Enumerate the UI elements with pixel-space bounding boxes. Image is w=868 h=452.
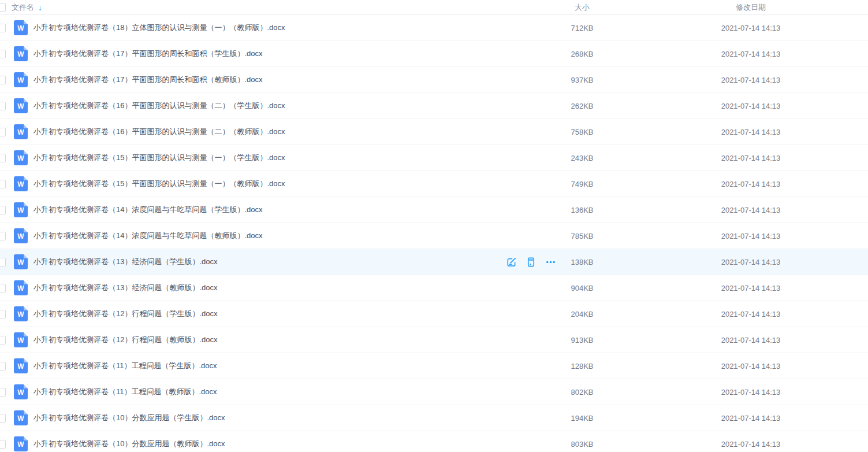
file-date: 2021-07-14 14:13 (634, 336, 868, 344)
word-file-icon: W (14, 332, 28, 347)
file-size: 904KB (531, 284, 634, 292)
word-file-icon: W (14, 358, 28, 373)
file-name[interactable]: 小升初专项培优测评卷（16）平面图形的认识与测量（二）（教师版）.docx (33, 127, 285, 137)
row-checkbox[interactable] (0, 76, 6, 84)
word-file-icon: W (14, 280, 28, 295)
word-file-icon: W (14, 72, 28, 87)
word-file-icon: W (14, 98, 28, 113)
word-file-icon-letter: W (17, 259, 24, 266)
file-date: 2021-07-14 14:13 (634, 154, 868, 162)
row-checkbox[interactable] (0, 414, 6, 423)
file-row[interactable]: W 小升初专项培优测评卷（13）经济问题（学生版）.docx (0, 249, 868, 275)
word-file-icon-letter: W (17, 155, 24, 162)
file-row[interactable]: W 小升初专项培优测评卷（10）分数应用题（学生版）.docx (0, 405, 868, 431)
row-checkbox[interactable] (0, 362, 6, 371)
file-name[interactable]: 小升初专项培优测评卷（10）分数应用题（学生版）.docx (33, 413, 225, 423)
file-size: 268KB (531, 50, 634, 58)
file-row[interactable]: W 小升初专项培优测评卷（17）平面图形的周长和面积（学生版）.docx (0, 41, 868, 67)
file-size: 128KB (531, 362, 634, 371)
word-file-icon-letter: W (17, 415, 24, 422)
file-date: 2021-07-14 14:13 (634, 206, 868, 214)
file-row[interactable]: W 小升初专项培优测评卷（18）立体图形的认识与测量（一）（教师版）.docx (0, 15, 868, 41)
file-row[interactable]: W 小升初专项培优测评卷（11）工程问题（学生版）.docx (0, 353, 868, 379)
file-name[interactable]: 小升初专项培优测评卷（15）平面图形的认识与测量（一）（教师版）.docx (33, 179, 285, 189)
file-date: 2021-07-14 14:13 (634, 180, 868, 188)
word-file-icon-letter: W (17, 25, 24, 32)
word-file-icon: W (14, 150, 28, 165)
row-checkbox[interactable] (0, 154, 6, 162)
file-row[interactable]: W 小升初专项培优测评卷（12）行程问题（学生版）.docx (0, 301, 868, 327)
word-file-icon: W (14, 228, 28, 243)
file-row[interactable]: W 小升初专项培优测评卷（10）分数应用题（教师版）.docx (0, 431, 868, 452)
file-row[interactable]: W 小升初专项培优测评卷（14）浓度问题与牛吃草问题（教师版）.docx (0, 223, 868, 249)
file-name[interactable]: 小升初专项培优测评卷（14）浓度问题与牛吃草问题（学生版）.docx (33, 205, 263, 215)
file-name[interactable]: 小升初专项培优测评卷（11）工程问题（教师版）.docx (33, 387, 217, 397)
file-date: 2021-07-14 14:13 (634, 258, 868, 266)
row-actions (506, 249, 556, 275)
file-date: 2021-07-14 14:13 (634, 440, 868, 449)
file-name[interactable]: 小升初专项培优测评卷（10）分数应用题（教师版）.docx (33, 439, 225, 449)
row-checkbox[interactable] (0, 102, 6, 110)
column-header-size[interactable]: 大小 (531, 2, 634, 13)
file-date: 2021-07-14 14:13 (634, 388, 868, 397)
row-checkbox[interactable] (0, 50, 6, 58)
row-checkbox[interactable] (0, 180, 6, 188)
file-size: 758KB (531, 128, 634, 136)
word-file-icon-letter: W (17, 337, 24, 344)
word-file-icon-letter: W (17, 77, 24, 84)
row-checkbox[interactable] (0, 388, 6, 397)
file-row[interactable]: W 小升初专项培优测评卷（12）行程问题（教师版）.docx (0, 327, 868, 353)
row-checkbox[interactable] (0, 284, 6, 292)
row-checkbox[interactable] (0, 128, 6, 136)
row-checkbox[interactable] (0, 206, 6, 214)
file-date: 2021-07-14 14:13 (634, 362, 868, 371)
file-size: 194KB (531, 414, 634, 423)
file-name[interactable]: 小升初专项培优测评卷（18）立体图形的认识与测量（一）（教师版）.docx (33, 23, 285, 33)
file-date: 2021-07-14 14:13 (634, 128, 868, 136)
row-checkbox[interactable] (0, 440, 6, 449)
word-file-icon-letter: W (17, 103, 24, 110)
file-size: 204KB (531, 310, 634, 318)
row-checkbox[interactable] (0, 336, 6, 344)
file-date: 2021-07-14 14:13 (634, 102, 868, 110)
file-size: 785KB (531, 232, 634, 240)
file-name[interactable]: 小升初专项培优测评卷（12）行程问题（学生版）.docx (33, 309, 218, 319)
file-row[interactable]: W 小升初专项培优测评卷（15）平面图形的认识与测量（一）（教师版）.docx (0, 171, 868, 197)
file-row[interactable]: W 小升初专项培优测评卷（11）工程问题（教师版）.docx (0, 379, 868, 405)
file-name[interactable]: 小升初专项培优测评卷（13）经济问题（学生版）.docx (33, 257, 218, 267)
word-file-icon: W (14, 20, 28, 35)
column-header-filename[interactable]: 文件名 (12, 2, 34, 13)
file-name[interactable]: 小升初专项培优测评卷（13）经济问题（教师版）.docx (33, 283, 218, 293)
file-name[interactable]: 小升初专项培优测评卷（11）工程问题（学生版）.docx (33, 361, 217, 371)
file-name[interactable]: 小升初专项培优测评卷（17）平面图形的周长和面积（教师版）.docx (33, 75, 263, 85)
file-row[interactable]: W 小升初专项培优测评卷（15）平面图形的认识与测量（一）（学生版）.docx (0, 145, 868, 171)
word-file-icon: W (14, 202, 28, 217)
send-to-device-icon[interactable] (526, 257, 537, 268)
word-file-icon: W (14, 306, 28, 321)
sort-descending-icon[interactable]: ↓ (38, 3, 42, 12)
word-file-icon-letter: W (17, 363, 24, 370)
file-row[interactable]: W 小升初专项培优测评卷（17）平面图形的周长和面积（教师版）.docx (0, 67, 868, 93)
file-row[interactable]: W 小升初专项培优测评卷（16）平面图形的认识与测量（二）（学生版）.docx (0, 93, 868, 119)
more-actions-icon[interactable] (545, 257, 556, 268)
row-checkbox[interactable] (0, 24, 6, 32)
file-name[interactable]: 小升初专项培优测评卷（15）平面图形的认识与测量（一）（学生版）.docx (33, 153, 285, 163)
file-name[interactable]: 小升初专项培优测评卷（16）平面图形的认识与测量（二）（学生版）.docx (33, 101, 285, 111)
file-date: 2021-07-14 14:13 (634, 76, 868, 84)
file-name[interactable]: 小升初专项培优测评卷（17）平面图形的周长和面积（学生版）.docx (33, 49, 263, 59)
rename-icon[interactable] (506, 257, 517, 268)
word-file-icon: W (14, 436, 28, 451)
file-size: 136KB (531, 206, 634, 214)
file-row[interactable]: W 小升初专项培优测评卷（14）浓度问题与牛吃草问题（学生版）.docx (0, 197, 868, 223)
file-name[interactable]: 小升初专项培优测评卷（12）行程问题（教师版）.docx (33, 335, 218, 345)
row-checkbox[interactable] (0, 258, 6, 266)
select-all-checkbox[interactable] (0, 3, 6, 12)
word-file-icon-letter: W (17, 129, 24, 136)
row-checkbox[interactable] (0, 232, 6, 240)
file-row[interactable]: W 小升初专项培优测评卷（13）经济问题（教师版）.docx (0, 275, 868, 301)
column-header-date[interactable]: 修改日期 (634, 2, 868, 13)
row-checkbox[interactable] (0, 310, 6, 318)
file-name[interactable]: 小升初专项培优测评卷（14）浓度问题与牛吃草问题（教师版）.docx (33, 231, 263, 241)
word-file-icon: W (14, 384, 28, 399)
file-row[interactable]: W 小升初专项培优测评卷（16）平面图形的认识与测量（二）（教师版）.docx (0, 119, 868, 145)
